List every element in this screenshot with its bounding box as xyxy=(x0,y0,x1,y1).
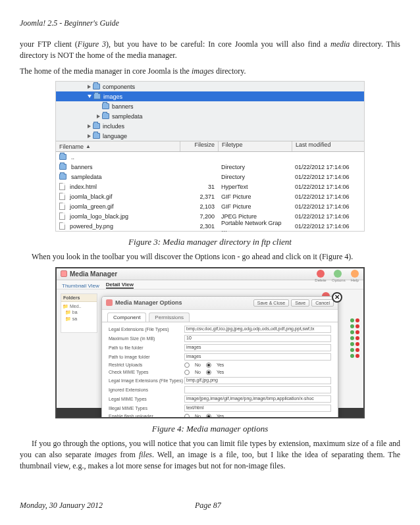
file-row[interactable]: joomla_black.gif2,371GIF Picture01/22/20… xyxy=(56,191,364,201)
path-file-input[interactable]: images xyxy=(184,344,331,351)
label: Maximum Size (in MB) xyxy=(109,336,184,341)
no-label: No xyxy=(195,414,201,418)
field-flash-uploader: Enable flash uploaderNoYes xyxy=(109,414,331,418)
toolbar-options-button[interactable]: Options xyxy=(332,270,344,282)
file-size: 7,200 xyxy=(180,213,218,220)
folder-icon xyxy=(93,123,100,129)
close-icon: ✕ xyxy=(334,293,340,301)
ignored-ext-input[interactable] xyxy=(184,386,331,393)
radio-no[interactable] xyxy=(184,362,190,368)
col-filesize[interactable]: Filesize xyxy=(180,141,218,151)
file-row[interactable]: joomla_green.gif2,103GIF Picture01/22/20… xyxy=(56,201,364,211)
page-header-title: Joomla! 2.5 - Beginner's Guide xyxy=(20,18,400,28)
max-size-input[interactable]: 10 xyxy=(184,335,331,342)
ftp-file-list: ..bannersDirectory01/22/2012 17:14:06sam… xyxy=(56,152,364,231)
radio-no[interactable] xyxy=(184,370,190,375)
toolbar-delete-button[interactable]: Delete xyxy=(315,270,327,282)
radio-yes[interactable] xyxy=(206,414,211,418)
file-row[interactable]: powered_by.png2,301Portable Network Grap… xyxy=(56,221,364,231)
field-path-file: Path to file folderimages xyxy=(109,344,331,351)
tree-item-components[interactable]: components xyxy=(56,82,364,91)
folder-icon xyxy=(59,154,66,160)
tab-permissions[interactable]: Permissions xyxy=(149,312,190,322)
folder-tree[interactable]: 📁 Med.. 📁 ba 📁 sa xyxy=(61,302,97,324)
media-manager-header: Media Manager Delete Options Help xyxy=(57,268,363,280)
file-modified: 01/22/2012 17:14:06 xyxy=(292,174,364,180)
status-dot-icon xyxy=(350,348,354,352)
p4-images-word: images xyxy=(95,450,117,459)
status-dot-icon xyxy=(355,348,359,352)
file-row[interactable]: joomla_logo_black.jpg7,200JPEG Picture01… xyxy=(56,211,364,221)
p1a: your FTP client ( xyxy=(20,39,78,49)
flash-uploader-radio[interactable]: NoYes xyxy=(184,414,224,418)
field-legal-extensions: Legal Extensions (File Types)bmp,csv,doc… xyxy=(109,326,331,333)
label: Path to file folder xyxy=(109,345,184,350)
footer-date: Monday, 30 January 2012 xyxy=(20,501,103,511)
file-size: 2,301 xyxy=(180,223,218,230)
legal-image-ext-input[interactable]: bmp,gif,jpg,png xyxy=(184,377,331,384)
folder-icon xyxy=(59,164,66,170)
file-row[interactable]: index.html31HyperText01/22/2012 17:14:06 xyxy=(56,182,364,191)
file-row[interactable]: sampledataDirectory01/22/2012 17:14:06 xyxy=(56,172,364,182)
media-manager-toolbar: Delete Options Help xyxy=(315,270,361,282)
paragraph-2: The home of the media manager in core Jo… xyxy=(20,66,400,77)
tab-thumbnail-view[interactable]: Thumbnail View xyxy=(62,283,99,289)
file-row[interactable]: bannersDirectory01/22/2012 17:14:06 xyxy=(56,162,364,172)
save-and-close-button[interactable]: Save & Close xyxy=(253,299,289,307)
p1-figure-ref: Figure 3 xyxy=(78,39,106,49)
path-image-input[interactable]: images xyxy=(184,353,331,361)
tree-item-language[interactable]: language xyxy=(56,131,364,141)
illegal-mime-input[interactable]: text/html xyxy=(184,405,331,412)
label: Check MIME Types xyxy=(109,370,184,374)
tab-component[interactable]: Component xyxy=(107,312,146,322)
col-lastmodified[interactable]: Last modified xyxy=(292,141,364,151)
folder-icon xyxy=(93,133,100,139)
media-manager-title: Media Manager xyxy=(70,270,117,278)
file-row[interactable]: .. xyxy=(56,152,364,162)
status-dot-icon xyxy=(355,342,359,346)
cancel-button[interactable]: Cancel xyxy=(311,299,334,307)
col-filetype[interactable]: Filetype xyxy=(218,141,292,151)
tree-label: banners xyxy=(112,103,134,110)
paragraph-4: If you go through the options, you will … xyxy=(20,438,400,472)
check-mime-radio[interactable]: NoYes xyxy=(184,370,224,375)
legal-extensions-input[interactable]: bmp,csv,doc,gif,ico,jpg,jpeg,odg,odp,ods… xyxy=(184,326,331,333)
restrict-uploads-radio[interactable]: NoYes xyxy=(184,362,224,368)
file-type: Directory xyxy=(218,164,292,170)
expand-icon xyxy=(88,85,91,89)
status-dot-icon xyxy=(355,324,359,328)
save-button[interactable]: Save xyxy=(291,299,309,307)
options-icon xyxy=(334,270,342,278)
file-name: joomla_green.gif xyxy=(70,203,114,210)
legal-mime-input[interactable]: image/jpeg,image/gif,image/png,image/bmp… xyxy=(184,395,331,403)
tree-item-images[interactable]: images xyxy=(56,91,364,101)
file-modified: 01/22/2012 17:14:06 xyxy=(292,193,364,200)
tree-item-sampledata[interactable]: sampledata xyxy=(56,111,364,121)
radio-yes[interactable] xyxy=(206,370,211,375)
col-filename[interactable]: Filename ▲ xyxy=(56,143,180,150)
modal-header: Media Manager Options Save & Close Save … xyxy=(102,297,338,310)
footer-page-number: Page 87 xyxy=(195,501,221,511)
label: Restrict Uploads xyxy=(109,362,184,367)
file-name: banners xyxy=(71,164,93,170)
radio-yes[interactable] xyxy=(206,362,211,368)
radio-no[interactable] xyxy=(184,414,190,418)
status-dot-icon xyxy=(355,318,359,322)
field-check-mime: Check MIME TypesNoYes xyxy=(109,370,331,375)
status-dot-icon xyxy=(355,330,359,334)
toolbar-help-button[interactable]: Help xyxy=(349,270,361,282)
file-name: index.html xyxy=(70,184,97,190)
modal-close-button[interactable]: ✕ xyxy=(332,292,342,303)
file-type: GIF Picture xyxy=(218,203,292,210)
field-max-size: Maximum Size (in MB)10 xyxy=(109,335,331,342)
tree-label: sampledata xyxy=(112,113,143,120)
tree-item-banners[interactable]: banners xyxy=(56,101,364,111)
media-folders-sidebar: Folders 📁 Med.. 📁 ba 📁 sa xyxy=(61,293,97,333)
file-name: sampledata xyxy=(71,174,102,180)
p4-files-word: files xyxy=(139,450,152,459)
status-dot-icon xyxy=(350,318,354,322)
tab-detail-view[interactable]: Detail View xyxy=(106,282,134,289)
tree-item-includes[interactable]: includes xyxy=(56,121,364,131)
tree-label: images xyxy=(103,93,122,100)
status-dot-icon xyxy=(350,336,354,340)
